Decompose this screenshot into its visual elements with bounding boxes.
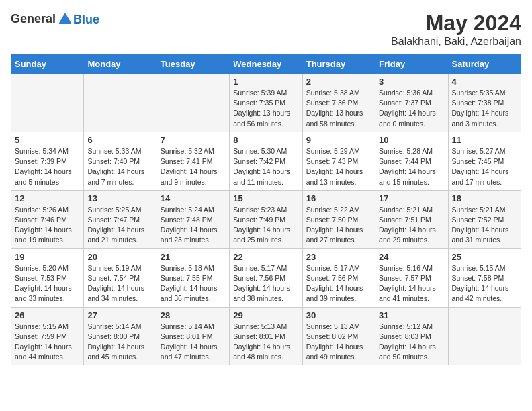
cell-info: Sunrise: 5:25 AMSunset: 7:47 PMDaylight:… (87, 205, 152, 246)
calendar-cell: 28Sunrise: 5:14 AMSunset: 8:01 PMDayligh… (157, 307, 229, 365)
day-number: 3 (379, 77, 444, 87)
logo-icon (57, 11, 73, 27)
logo: General Blue (11, 11, 99, 27)
day-number: 16 (306, 193, 371, 203)
calendar-cell: 8Sunrise: 5:30 AMSunset: 7:42 PMDaylight… (230, 132, 302, 190)
cell-info: Sunrise: 5:15 AMSunset: 7:58 PMDaylight:… (452, 263, 517, 304)
calendar-cell: 4Sunrise: 5:35 AMSunset: 7:38 PMDaylight… (448, 74, 521, 132)
calendar-week-1: 1Sunrise: 5:39 AMSunset: 7:35 PMDaylight… (11, 74, 521, 132)
day-number: 31 (379, 310, 444, 320)
calendar-cell: 12Sunrise: 5:26 AMSunset: 7:46 PMDayligh… (11, 190, 84, 248)
day-number: 22 (233, 252, 298, 262)
cell-info: Sunrise: 5:33 AMSunset: 7:40 PMDaylight:… (87, 146, 152, 187)
day-number: 24 (379, 252, 444, 262)
calendar-cell: 25Sunrise: 5:15 AMSunset: 7:58 PMDayligh… (448, 248, 521, 307)
col-monday: Monday (84, 55, 157, 74)
calendar-cell: 2Sunrise: 5:38 AMSunset: 7:36 PMDaylight… (302, 74, 375, 132)
calendar-cell: 3Sunrise: 5:36 AMSunset: 7:37 PMDaylight… (375, 74, 448, 132)
calendar-cell (84, 74, 157, 132)
cell-info: Sunrise: 5:21 AMSunset: 7:51 PMDaylight:… (379, 205, 444, 246)
day-number: 26 (15, 310, 80, 320)
calendar-cell: 16Sunrise: 5:22 AMSunset: 7:50 PMDayligh… (302, 190, 375, 248)
day-number: 30 (306, 310, 371, 320)
calendar-week-3: 12Sunrise: 5:26 AMSunset: 7:46 PMDayligh… (11, 190, 521, 248)
day-number: 4 (452, 77, 517, 87)
cell-info: Sunrise: 5:24 AMSunset: 7:48 PMDaylight:… (161, 205, 226, 246)
calendar-cell: 10Sunrise: 5:28 AMSunset: 7:44 PMDayligh… (375, 132, 448, 190)
day-number: 1 (233, 77, 298, 87)
col-tuesday: Tuesday (157, 55, 229, 74)
calendar-cell (157, 74, 229, 132)
col-sunday: Sunday (11, 55, 84, 74)
cell-info: Sunrise: 5:13 AMSunset: 8:02 PMDaylight:… (306, 322, 371, 363)
day-number: 27 (87, 310, 152, 320)
cell-info: Sunrise: 5:26 AMSunset: 7:46 PMDaylight:… (15, 205, 80, 246)
col-saturday: Saturday (448, 55, 521, 74)
calendar-cell: 24Sunrise: 5:16 AMSunset: 7:57 PMDayligh… (375, 248, 448, 307)
cell-info: Sunrise: 5:28 AMSunset: 7:44 PMDaylight:… (379, 146, 444, 187)
cell-info: Sunrise: 5:34 AMSunset: 7:39 PMDaylight:… (15, 146, 80, 187)
cell-info: Sunrise: 5:36 AMSunset: 7:37 PMDaylight:… (379, 88, 444, 129)
cell-info: Sunrise: 5:19 AMSunset: 7:54 PMDaylight:… (87, 263, 152, 304)
cell-info: Sunrise: 5:21 AMSunset: 7:52 PMDaylight:… (452, 205, 517, 246)
calendar-cell: 9Sunrise: 5:29 AMSunset: 7:43 PMDaylight… (302, 132, 375, 190)
cell-info: Sunrise: 5:23 AMSunset: 7:49 PMDaylight:… (233, 205, 298, 246)
cell-info: Sunrise: 5:38 AMSunset: 7:36 PMDaylight:… (306, 88, 371, 129)
calendar-cell: 6Sunrise: 5:33 AMSunset: 7:40 PMDaylight… (84, 132, 157, 190)
cell-info: Sunrise: 5:12 AMSunset: 8:03 PMDaylight:… (379, 322, 444, 363)
day-number: 11 (452, 135, 517, 145)
cell-info: Sunrise: 5:22 AMSunset: 7:50 PMDaylight:… (306, 205, 371, 246)
day-number: 23 (306, 252, 371, 262)
day-number: 6 (87, 135, 152, 145)
calendar-cell: 31Sunrise: 5:12 AMSunset: 8:03 PMDayligh… (375, 307, 448, 365)
cell-info: Sunrise: 5:14 AMSunset: 8:01 PMDaylight:… (161, 322, 226, 363)
col-friday: Friday (375, 55, 448, 74)
calendar-cell: 30Sunrise: 5:13 AMSunset: 8:02 PMDayligh… (302, 307, 375, 365)
logo-blue-text: Blue (73, 13, 99, 27)
calendar-week-5: 26Sunrise: 5:15 AMSunset: 7:59 PMDayligh… (11, 307, 521, 365)
day-number: 8 (233, 135, 298, 145)
calendar-cell: 7Sunrise: 5:32 AMSunset: 7:41 PMDaylight… (157, 132, 229, 190)
day-number: 29 (233, 310, 298, 320)
cell-info: Sunrise: 5:18 AMSunset: 7:55 PMDaylight:… (161, 263, 226, 304)
day-number: 19 (15, 252, 80, 262)
calendar-cell: 22Sunrise: 5:17 AMSunset: 7:56 PMDayligh… (230, 248, 302, 307)
calendar-cell: 1Sunrise: 5:39 AMSunset: 7:35 PMDaylight… (230, 74, 302, 132)
calendar-cell: 13Sunrise: 5:25 AMSunset: 7:47 PMDayligh… (84, 190, 157, 248)
calendar-cell: 18Sunrise: 5:21 AMSunset: 7:52 PMDayligh… (448, 190, 521, 248)
cell-info: Sunrise: 5:39 AMSunset: 7:35 PMDaylight:… (233, 88, 298, 129)
col-wednesday: Wednesday (230, 55, 302, 74)
logo-general-text: General (11, 12, 56, 26)
day-number: 28 (161, 310, 226, 320)
cell-info: Sunrise: 5:16 AMSunset: 7:57 PMDaylight:… (379, 263, 444, 304)
calendar-cell: 19Sunrise: 5:20 AMSunset: 7:53 PMDayligh… (11, 248, 84, 307)
calendar-cell (11, 74, 84, 132)
calendar-cell: 5Sunrise: 5:34 AMSunset: 7:39 PMDaylight… (11, 132, 84, 190)
day-number: 12 (15, 193, 80, 203)
cell-info: Sunrise: 5:29 AMSunset: 7:43 PMDaylight:… (306, 146, 371, 187)
cell-info: Sunrise: 5:15 AMSunset: 7:59 PMDaylight:… (15, 322, 80, 363)
calendar-week-4: 19Sunrise: 5:20 AMSunset: 7:53 PMDayligh… (11, 248, 521, 307)
day-number: 21 (161, 252, 226, 262)
col-thursday: Thursday (302, 55, 375, 74)
month-title: May 2024 (391, 11, 521, 36)
day-number: 25 (452, 252, 517, 262)
calendar-cell: 20Sunrise: 5:19 AMSunset: 7:54 PMDayligh… (84, 248, 157, 307)
day-number: 10 (379, 135, 444, 145)
day-number: 13 (87, 193, 152, 203)
calendar-header-row: Sunday Monday Tuesday Wednesday Thursday… (11, 55, 521, 74)
title-block: May 2024 Balakhani, Baki, Azerbaijan (391, 11, 521, 48)
calendar-cell: 11Sunrise: 5:27 AMSunset: 7:45 PMDayligh… (448, 132, 521, 190)
calendar-cell: 14Sunrise: 5:24 AMSunset: 7:48 PMDayligh… (157, 190, 229, 248)
cell-info: Sunrise: 5:20 AMSunset: 7:53 PMDaylight:… (15, 263, 80, 304)
location-title: Balakhani, Baki, Azerbaijan (391, 36, 521, 48)
calendar-cell: 17Sunrise: 5:21 AMSunset: 7:51 PMDayligh… (375, 190, 448, 248)
day-number: 14 (161, 193, 226, 203)
calendar-table: Sunday Monday Tuesday Wednesday Thursday… (11, 54, 521, 365)
cell-info: Sunrise: 5:13 AMSunset: 8:01 PMDaylight:… (233, 322, 298, 363)
cell-info: Sunrise: 5:17 AMSunset: 7:56 PMDaylight:… (306, 263, 371, 304)
calendar-cell: 23Sunrise: 5:17 AMSunset: 7:56 PMDayligh… (302, 248, 375, 307)
cell-info: Sunrise: 5:14 AMSunset: 8:00 PMDaylight:… (87, 322, 152, 363)
page-header: General Blue May 2024 Balakhani, Baki, A… (11, 11, 521, 48)
day-number: 2 (306, 77, 371, 87)
